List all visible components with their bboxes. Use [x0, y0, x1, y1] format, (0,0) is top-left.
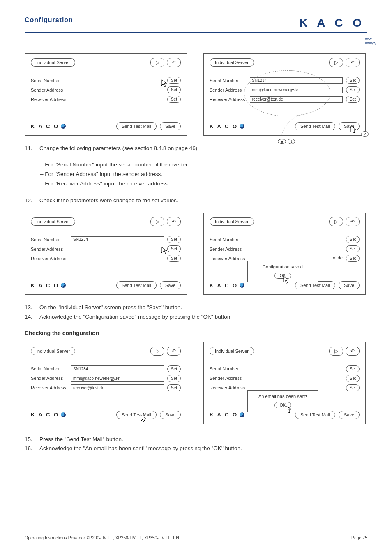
step-number: 14. [25, 312, 35, 321]
nav-next-button[interactable]: ▷ [150, 58, 164, 67]
cursor-icon [141, 415, 147, 423]
panel-logo: K A C O [31, 123, 66, 130]
set-button[interactable]: Set [167, 384, 181, 391]
set-button[interactable]: Set [167, 365, 181, 372]
nav-next-button[interactable]: ▷ [329, 217, 343, 226]
set-button[interactable]: Set [167, 86, 181, 93]
nav-next-button[interactable]: ▷ [150, 217, 164, 226]
set-button[interactable]: Set [346, 365, 360, 372]
step-text: Check if the parameters were changed to … [39, 196, 178, 205]
sender-label: Sender Address [31, 376, 71, 381]
sender-input[interactable] [71, 87, 164, 93]
serial-label: Serial Number [210, 78, 250, 83]
set-button[interactable]: Set [346, 77, 360, 84]
set-button[interactable]: Set [346, 255, 360, 262]
swirl-icon [61, 412, 66, 417]
eye-icon [278, 139, 286, 144]
sender-label: Sender Address [210, 376, 250, 381]
swirl-icon [240, 124, 244, 129]
send-test-mail-button[interactable]: Send Test Mail [116, 122, 157, 130]
nav-back-button[interactable]: ↶ [346, 347, 360, 356]
nav-back-button[interactable]: ↶ [346, 58, 360, 67]
serial-input[interactable] [250, 236, 343, 243]
nav-back-button[interactable]: ↶ [167, 58, 181, 67]
set-button[interactable]: Set [167, 255, 181, 262]
callout-2: 2 [361, 131, 369, 137]
set-button[interactable]: Set [346, 384, 360, 391]
step-number: 11. [25, 144, 35, 153]
send-test-mail-button[interactable]: Send Test Mail [295, 281, 335, 289]
cursor-icon [161, 247, 168, 255]
set-button[interactable]: Set [167, 77, 181, 84]
step-sub: For "Serial Number" input the serial num… [40, 160, 367, 170]
send-test-mail-button[interactable]: Send Test Mail [116, 281, 157, 289]
set-button[interactable]: Set [346, 375, 360, 382]
receiver-label: Receiver Address [31, 256, 71, 261]
nav-next-button[interactable]: ▷ [150, 347, 164, 356]
set-button[interactable]: Set [346, 86, 360, 93]
serial-input[interactable]: SN1234 [71, 365, 164, 372]
save-button[interactable]: Save [160, 411, 181, 419]
step-sub: For "Sender Address" input the sender ad… [40, 170, 367, 179]
leader-line [278, 111, 307, 136]
set-button[interactable]: Set [167, 245, 181, 252]
sender-input[interactable] [250, 246, 343, 252]
save-button[interactable]: Save [339, 411, 360, 419]
serial-input[interactable] [71, 77, 164, 84]
panel-logo: K A C O [210, 282, 244, 289]
panel-logo: K A C O [31, 282, 66, 289]
page-section-title: Configuration [25, 16, 73, 24]
step-number: 13. [25, 303, 35, 312]
dialog-text: Configuration saved [253, 264, 313, 269]
receiver-label: Receiver Address [31, 97, 71, 102]
sender-input[interactable]: mmi@kaco-newenergy.kr [71, 375, 164, 382]
set-button[interactable]: Set [346, 245, 360, 252]
footer-left: Operating Instructions Powador XP200-HV … [25, 535, 179, 540]
send-test-mail-button[interactable]: Send Test Mail [116, 411, 157, 419]
footer-page: Page 75 [351, 535, 367, 540]
nav-back-button[interactable]: ↶ [346, 217, 360, 226]
set-button[interactable]: Set [167, 96, 181, 103]
logo-text: K A C O [299, 16, 365, 30]
screenshot-panel: Individual Server ▷ ↶ Serial Number SN12… [25, 342, 187, 424]
step-number: 12. [25, 196, 35, 205]
set-button[interactable]: Set [167, 236, 181, 243]
screen-title: Individual Server [31, 217, 75, 226]
receiver-input[interactable] [71, 255, 164, 262]
panel-logo: K A C O [31, 412, 66, 418]
set-button[interactable]: Set [346, 96, 360, 103]
step-number: 15. [25, 435, 35, 444]
receiver-input[interactable] [71, 96, 164, 103]
highlight-oval [244, 70, 330, 116]
set-button[interactable]: Set [346, 236, 360, 243]
sender-input[interactable] [71, 246, 164, 252]
screen-title: Individual Server [210, 347, 254, 355]
serial-input[interactable]: SN1234 [71, 236, 164, 243]
callout-1: 1 [288, 139, 295, 144]
sender-label: Sender Address [31, 247, 71, 252]
swirl-icon [240, 412, 244, 417]
receiver-label: Receiver Address [210, 256, 250, 261]
save-button[interactable]: Save [160, 122, 181, 130]
step-number: 16. [25, 444, 35, 453]
swirl-icon [61, 283, 66, 288]
step-text: Acknowledge the "Configuration saved" me… [39, 312, 232, 321]
panel-logo: K A C O [210, 123, 244, 130]
send-test-mail-button[interactable]: Send Test Mail [295, 411, 335, 419]
nav-back-button[interactable]: ↶ [167, 217, 181, 226]
sender-input[interactable] [250, 375, 343, 382]
cursor-icon [283, 276, 290, 284]
serial-input[interactable] [250, 365, 343, 372]
receiver-input[interactable]: receiver@test.de [71, 384, 164, 391]
save-button[interactable]: Save [339, 281, 360, 289]
serial-label: Serial Number [31, 237, 71, 242]
nav-back-button[interactable]: ↶ [167, 347, 181, 356]
nav-next-button[interactable]: ▷ [329, 347, 343, 356]
brand-logo: K A C O new energy. [299, 16, 367, 30]
serial-label: Serial Number [210, 366, 250, 371]
save-button[interactable]: Save [160, 281, 181, 289]
screenshot-panel: Individual Server ▷ ↶ Serial Number SN12… [25, 213, 187, 295]
set-button[interactable]: Set [167, 375, 181, 382]
nav-next-button[interactable]: ▷ [329, 58, 343, 67]
panel-logo: K A C O [210, 412, 244, 418]
